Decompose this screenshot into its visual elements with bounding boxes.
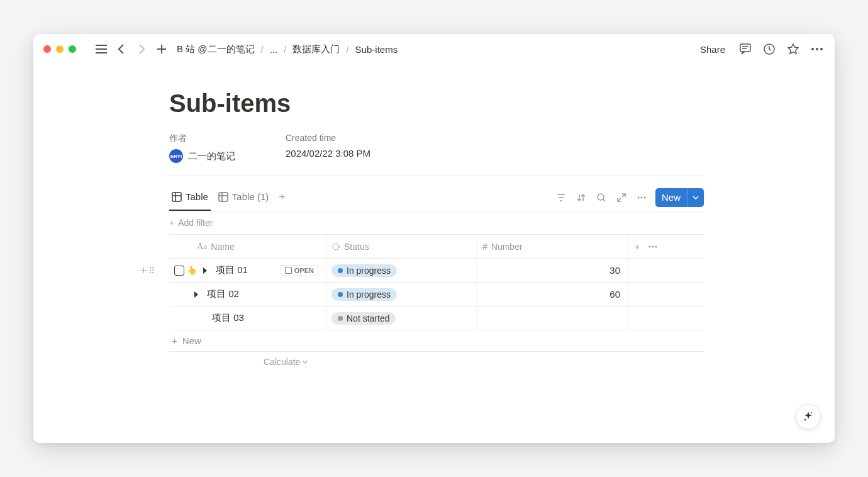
svg-point-9 (640, 196, 642, 198)
new-page-icon[interactable] (154, 42, 169, 57)
created-time-value[interactable]: 2024/02/22 3:08 PM (286, 148, 370, 159)
new-button-dropdown[interactable] (687, 188, 704, 207)
column-status[interactable]: Status (326, 235, 477, 258)
add-row-icon[interactable]: + (140, 264, 147, 277)
empty-cell (628, 283, 704, 306)
name-cell[interactable]: 👆项目 01OPEN (169, 259, 326, 282)
expand-toggle-icon[interactable] (194, 291, 198, 298)
new-row-button[interactable]: + New (169, 330, 704, 352)
new-row-label: New (182, 335, 201, 346)
expand-toggle-icon[interactable] (203, 267, 207, 274)
column-name[interactable]: Aa Name (169, 235, 326, 258)
add-view-button[interactable]: + (276, 191, 288, 204)
plus-icon: + (172, 335, 177, 346)
breadcrumb-current[interactable]: Sub-items (353, 43, 401, 56)
svg-point-13 (652, 245, 654, 247)
breadcrumb-sep: / (284, 44, 286, 55)
row-name: 项目 02 (207, 288, 321, 300)
number-cell[interactable]: 60 (477, 283, 628, 306)
search-icon[interactable] (595, 191, 608, 204)
minimize-window[interactable] (56, 45, 64, 53)
calculate-button[interactable]: Calculate (264, 357, 308, 367)
table-row[interactable]: 项目 02In progress60 (169, 283, 704, 306)
updates-icon[interactable] (762, 42, 777, 57)
text-type-icon: Aa (197, 242, 207, 252)
name-cell[interactable]: 项目 03 (169, 306, 326, 330)
svg-point-8 (637, 196, 639, 198)
tab-table-1[interactable]: Table (1) (216, 184, 271, 211)
row-name: 项目 01 (216, 264, 277, 276)
divider (169, 176, 704, 176)
svg-point-14 (655, 245, 657, 247)
view-tabs-row: Table Table (1) + (169, 184, 704, 211)
share-button[interactable]: Share (696, 42, 729, 57)
plus-icon: + (169, 218, 174, 228)
drag-handle-icon[interactable]: ⠿ (148, 266, 155, 276)
svg-rect-5 (172, 193, 181, 201)
cursor-pointer-icon: 👆 (187, 266, 197, 275)
svg-point-3 (816, 48, 818, 50)
svg-point-16 (804, 419, 806, 420)
svg-rect-0 (740, 44, 750, 52)
chevron-down-icon (303, 361, 308, 364)
status-cell[interactable]: In progress (326, 259, 477, 282)
table-icon (218, 192, 228, 202)
svg-point-2 (811, 48, 814, 50)
column-options-icon[interactable] (648, 245, 657, 248)
status-dot-icon (338, 292, 343, 297)
new-button[interactable]: New (655, 188, 704, 207)
add-filter-label: Add filter (178, 218, 213, 228)
empty-cell (628, 259, 704, 282)
breadcrumb-parent[interactable]: 数据库入门 (290, 42, 342, 57)
column-number[interactable]: # Number (477, 235, 628, 258)
status-cell[interactable]: In progress (326, 283, 477, 306)
more-options-icon[interactable] (635, 191, 648, 204)
svg-point-10 (643, 196, 645, 198)
calculate-label: Calculate (264, 357, 300, 367)
page-title[interactable]: Sub-items (169, 89, 704, 118)
add-column-button[interactable]: + (635, 242, 640, 252)
breadcrumb-ellipsis[interactable]: ... (267, 43, 281, 56)
view-toolbar: New (555, 188, 704, 207)
column-label: Status (344, 242, 369, 252)
status-cell[interactable]: Not started (326, 306, 477, 330)
name-cell[interactable]: 项目 02 (169, 283, 326, 306)
sort-icon[interactable] (575, 191, 587, 204)
status-badge: In progress (331, 288, 397, 301)
database-table: Aa Name Status # Number + (169, 234, 704, 352)
empty-cell (628, 306, 704, 330)
more-icon[interactable] (810, 42, 825, 57)
tab-table[interactable]: Table (169, 184, 211, 211)
close-window[interactable] (43, 45, 51, 53)
open-page-button[interactable]: OPEN (281, 265, 318, 276)
filter-icon[interactable] (555, 191, 567, 204)
breadcrumb: B 站 @二一的笔记 / ... / 数据库入门 / Sub-items (174, 42, 400, 57)
svg-point-11 (333, 244, 339, 250)
status-dot-icon (338, 268, 343, 273)
number-cell[interactable] (477, 306, 628, 330)
tab-label: Table (186, 191, 208, 202)
maximize-window[interactable] (69, 45, 76, 53)
number-cell[interactable]: 30 (477, 259, 628, 282)
page-icon (285, 267, 292, 274)
author-name: 二一的笔记 (188, 150, 235, 162)
table-icon (172, 192, 182, 202)
favorite-icon[interactable] (786, 42, 801, 57)
table-row[interactable]: +⠿👆项目 01OPENIn progress30 (169, 259, 704, 283)
svg-point-7 (598, 194, 604, 200)
created-time-label: Created time (286, 133, 370, 143)
menu-icon[interactable] (94, 42, 109, 57)
status-badge: In progress (331, 264, 397, 277)
add-filter-button[interactable]: + Add filter (169, 211, 704, 234)
row-checkbox[interactable] (174, 266, 184, 276)
nav-forward-icon[interactable] (134, 42, 149, 57)
table-row[interactable]: 项目 03Not started (169, 306, 704, 330)
breadcrumb-root[interactable]: B 站 @二一的笔记 (174, 42, 257, 57)
nav-back-icon[interactable] (114, 42, 129, 57)
expand-icon[interactable] (615, 191, 628, 204)
comments-icon[interactable] (738, 42, 753, 57)
svg-point-12 (649, 245, 651, 247)
author-value[interactable]: ERYI 二一的笔记 (169, 149, 235, 163)
ai-assistant-button[interactable] (796, 404, 821, 429)
page-properties: 作者 ERYI 二一的笔记 Created time 2024/02/22 3:… (169, 133, 704, 163)
